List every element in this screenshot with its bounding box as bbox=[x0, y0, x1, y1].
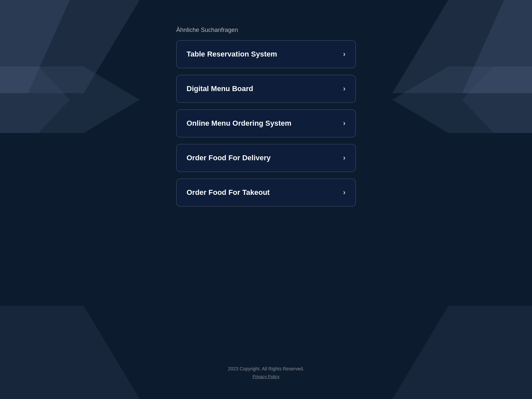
privacy-policy-link[interactable]: Privacy Policy bbox=[253, 374, 280, 379]
copyright-text: 2023 Copyright. All Rights Reserved. bbox=[228, 366, 304, 371]
card-arrow-order-food-delivery: › bbox=[343, 154, 345, 162]
card-arrow-table-reservation: › bbox=[343, 50, 345, 59]
footer: 2023 Copyright. All Rights Reserved. Pri… bbox=[0, 366, 532, 379]
card-text-table-reservation: Table Reservation System bbox=[187, 50, 277, 59]
card-text-order-food-takeout: Order Food For Takeout bbox=[187, 188, 270, 197]
cards-container: Table Reservation System›Digital Menu Bo… bbox=[176, 40, 356, 206]
card-arrow-online-menu-ordering: › bbox=[343, 119, 345, 128]
main-content: Ähnliche Suchanfragen Table Reservation … bbox=[0, 0, 532, 399]
card-table-reservation[interactable]: Table Reservation System› bbox=[176, 40, 356, 68]
card-order-food-takeout[interactable]: Order Food For Takeout› bbox=[176, 179, 356, 206]
card-arrow-digital-menu-board: › bbox=[343, 84, 345, 93]
section-label: Ähnliche Suchanfragen bbox=[176, 27, 238, 34]
card-text-digital-menu-board: Digital Menu Board bbox=[187, 84, 253, 93]
card-online-menu-ordering[interactable]: Online Menu Ordering System› bbox=[176, 109, 356, 137]
card-arrow-order-food-takeout: › bbox=[343, 188, 345, 197]
card-digital-menu-board[interactable]: Digital Menu Board› bbox=[176, 75, 356, 103]
card-text-order-food-delivery: Order Food For Delivery bbox=[187, 154, 271, 162]
card-text-online-menu-ordering: Online Menu Ordering System bbox=[187, 119, 291, 128]
card-order-food-delivery[interactable]: Order Food For Delivery› bbox=[176, 144, 356, 172]
